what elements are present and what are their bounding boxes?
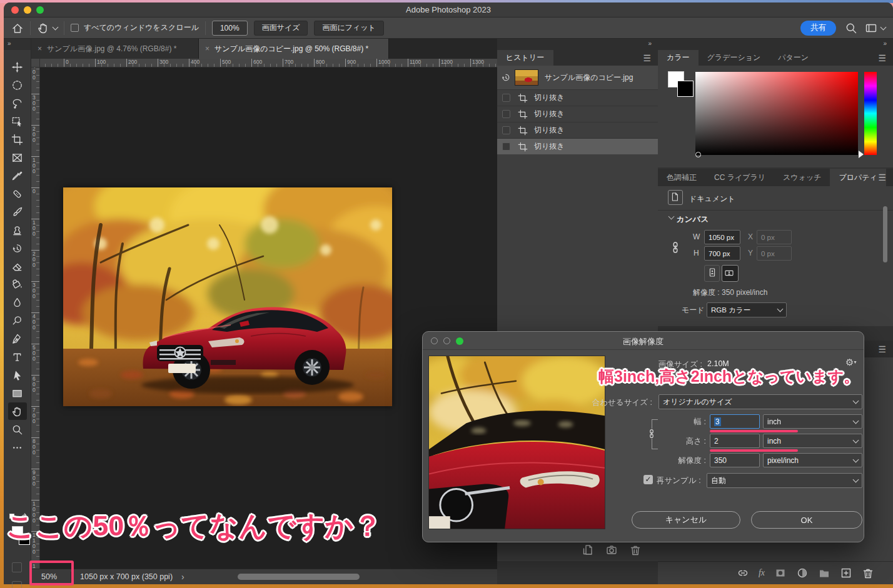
scroll-all-windows-checkbox[interactable] (71, 24, 79, 32)
color-field[interactable] (695, 72, 858, 155)
new-document-from-state-icon[interactable] (582, 544, 594, 556)
height-unit-dropdown[interactable]: inch (763, 434, 862, 448)
canvas-width-field[interactable]: 1050 px (704, 230, 740, 244)
hue-slider[interactable] (864, 72, 877, 155)
close-tab-icon[interactable]: × (205, 44, 209, 53)
tool-rectangle-icon[interactable] (8, 384, 27, 402)
horizontal-scrollbar[interactable] (238, 574, 360, 580)
history-source-checkbox[interactable] (502, 110, 510, 118)
tool-more-icon[interactable] (8, 439, 27, 456)
document-tab-active[interactable]: × サンプル画像のコピー.jpg @ 50% (RGB/8#) * (199, 39, 389, 59)
history-snapshot-row[interactable]: サンプル画像のコピー.jpg (497, 66, 658, 89)
delete-trash-icon[interactable] (862, 567, 874, 579)
panel-menu-icon[interactable]: ☰ (878, 53, 885, 63)
width-input[interactable]: 3 (710, 414, 760, 429)
collapse-panel-icon[interactable]: » (648, 40, 652, 47)
panel-menu-icon[interactable]: ☰ (878, 344, 885, 354)
hand-icon[interactable] (37, 22, 49, 34)
horizontal-ruler[interactable]: 0100200300400500600700800900100011001200… (40, 59, 497, 67)
tool-bucket-icon[interactable] (8, 276, 27, 293)
chevron-down-icon[interactable] (880, 24, 887, 30)
layer-mask-icon[interactable] (774, 567, 787, 579)
tool-crop-icon[interactable] (8, 131, 27, 148)
link-icon[interactable] (737, 567, 749, 579)
tab-pattern[interactable]: パターン (769, 50, 817, 66)
chevron-down-icon[interactable] (53, 24, 59, 30)
tool-healing-icon[interactable] (8, 185, 27, 202)
panel-menu-icon[interactable]: ☰ (878, 172, 885, 182)
tool-history-brush-icon[interactable] (8, 239, 27, 257)
panel-scrollbar[interactable] (883, 206, 887, 262)
home-icon[interactable] (11, 22, 24, 34)
screen-size-button[interactable]: 画面サイズ (254, 21, 308, 36)
mode-dropdown[interactable]: RGB カラー (707, 302, 787, 317)
link-dimensions-icon[interactable] (647, 429, 657, 439)
vertical-ruler[interactable]: 4003002001000100200300400500600700800900… (31, 67, 40, 569)
document-tab[interactable]: × サンプル画像.jpg @ 4.76% (RGB/8#) * (31, 39, 199, 59)
close-tab-icon[interactable]: × (38, 44, 42, 53)
tab-color[interactable]: カラー (658, 50, 699, 66)
canvas-y-field[interactable]: 0 px (757, 246, 792, 261)
tool-dodge-icon[interactable] (8, 312, 27, 329)
dialog-preview-image[interactable] (428, 356, 605, 529)
chevron-right-icon[interactable]: › (181, 572, 184, 582)
zoom-100-button[interactable]: 100% (212, 21, 248, 36)
search-icon[interactable] (845, 22, 857, 34)
tool-lasso-icon[interactable] (8, 94, 27, 112)
ruler-origin[interactable] (31, 59, 40, 67)
tab-adjustments[interactable]: 色調補正 (658, 169, 705, 186)
tool-frame-icon[interactable] (8, 149, 27, 166)
tool-hand-icon[interactable] (8, 402, 27, 420)
history-source-checkbox[interactable] (502, 126, 510, 134)
tool-object-select-icon[interactable] (8, 112, 27, 130)
tool-move-icon[interactable] (8, 58, 27, 76)
share-button[interactable]: 共有 (800, 21, 836, 36)
history-entry[interactable]: 切り抜き (497, 89, 658, 106)
tool-stamp-icon[interactable] (8, 221, 27, 239)
folder-icon[interactable] (818, 567, 830, 579)
workspace-icon[interactable] (865, 22, 877, 34)
resolution-input[interactable]: 350 (710, 453, 760, 467)
delete-trash-icon[interactable] (629, 544, 642, 556)
tool-brush-icon[interactable] (8, 203, 27, 221)
tool-type-icon[interactable] (8, 348, 27, 366)
screen-mode-icon[interactable] (12, 581, 22, 588)
history-entry[interactable]: 切り抜き (497, 138, 658, 154)
fit-screen-button[interactable]: 画面にフィット (314, 21, 383, 36)
tool-blur-icon[interactable] (8, 294, 27, 311)
quick-mask-icon[interactable] (12, 562, 22, 572)
height-input[interactable]: 2 (710, 434, 760, 448)
adjustment-icon[interactable] (796, 567, 809, 579)
tool-eyedropper-icon[interactable] (8, 167, 27, 184)
tool-pen-icon[interactable] (8, 330, 27, 347)
collapse-panel-icon[interactable]: » (883, 40, 887, 47)
panel-menu-icon[interactable]: ☰ (643, 53, 650, 63)
history-entry[interactable]: 切り抜き (497, 122, 658, 138)
history-source-checkbox[interactable] (502, 142, 510, 151)
chevron-down-icon[interactable] (668, 214, 675, 220)
tab-swatches[interactable]: スウォッチ (774, 169, 830, 186)
new-snapshot-camera-icon[interactable] (605, 544, 618, 556)
history-source-checkbox[interactable] (502, 94, 510, 102)
link-dimensions-icon[interactable] (669, 236, 682, 259)
fx-icon[interactable]: fx (759, 568, 765, 578)
cancel-button[interactable]: キャンセル (632, 511, 740, 529)
tool-eraser-icon[interactable] (8, 257, 27, 275)
resample-checkbox[interactable]: ✓ (643, 475, 653, 484)
landscape-orientation-button[interactable] (722, 265, 739, 282)
new-layer-icon[interactable] (840, 567, 852, 579)
resample-dropdown[interactable]: 自動 (707, 473, 862, 488)
document-info[interactable]: 1050 px x 700 px (350 ppi) (80, 572, 173, 581)
tab-gradient[interactable]: グラデーション (699, 50, 770, 66)
resolution-unit-dropdown[interactable]: pixel/inch (763, 453, 862, 467)
tool-zoom-icon[interactable] (8, 421, 27, 438)
fit-to-dropdown[interactable]: オリジナルのサイズ (658, 394, 862, 409)
history-entry[interactable]: 切り抜き (497, 106, 658, 122)
ok-button[interactable]: OK (751, 511, 862, 529)
width-unit-dropdown[interactable]: inch (763, 414, 862, 429)
canvas-height-field[interactable]: 700 px (704, 246, 740, 261)
canvas-x-field[interactable]: 0 px (757, 230, 792, 244)
background-color-swatch[interactable] (677, 81, 694, 97)
tool-marquee-icon[interactable] (8, 76, 27, 94)
canvas-image-red-car-autumn[interactable] (63, 187, 392, 406)
